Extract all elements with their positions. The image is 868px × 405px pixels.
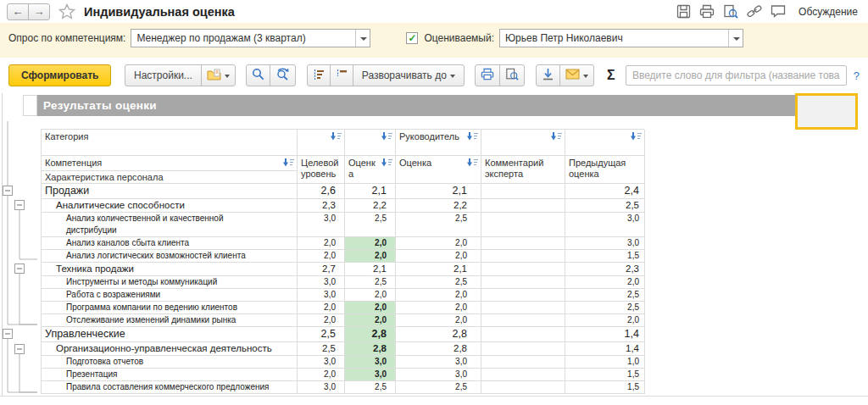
expert-comment-cell[interactable] bbox=[481, 276, 565, 289]
manager-score-cell[interactable]: 2,5 bbox=[396, 213, 481, 237]
expert-comment-cell[interactable] bbox=[481, 250, 565, 263]
save-icon[interactable] bbox=[676, 4, 691, 19]
previous-score-cell[interactable]: 1,5 bbox=[565, 369, 645, 381]
header-characteristic[interactable]: Характеристика персонала bbox=[42, 171, 298, 184]
sort-icon[interactable] bbox=[283, 158, 294, 169]
manager-score-cell[interactable]: 2,8 bbox=[396, 327, 481, 342]
manager-score-cell[interactable]: 3,0 bbox=[396, 356, 481, 369]
report-variants-button[interactable] bbox=[201, 64, 236, 86]
expert-score-cell[interactable]: 2,5 bbox=[345, 381, 396, 394]
target-level-cell[interactable]: 2,0 bbox=[298, 302, 345, 314]
target-level-cell[interactable]: 3,0 bbox=[298, 276, 345, 289]
forward-button[interactable]: → bbox=[28, 3, 50, 20]
expert-score-cell[interactable]: 2,0 bbox=[345, 237, 396, 250]
manager-score-cell[interactable]: 2,1 bbox=[396, 263, 481, 276]
sort-icon[interactable] bbox=[551, 132, 562, 143]
expert-comment-cell[interactable] bbox=[481, 342, 565, 356]
previous-score-cell[interactable]: 2,5 bbox=[565, 199, 645, 213]
competence-cell[interactable]: Организационно-управленческая деятельнос… bbox=[42, 342, 298, 356]
competence-cell[interactable]: Анализ логистических возможностей клиент… bbox=[42, 250, 298, 263]
header-expert-comment[interactable]: Комментарий эксперта bbox=[481, 156, 565, 184]
expert-comment-cell[interactable] bbox=[481, 213, 565, 237]
expert-score-cell[interactable]: 2,2 bbox=[345, 199, 396, 213]
sort-icon[interactable] bbox=[467, 132, 478, 143]
favorite-star-icon[interactable] bbox=[58, 3, 75, 19]
competence-cell[interactable]: Анализ количественной и качественной дис… bbox=[42, 213, 298, 237]
manager-score-cell[interactable]: 2,2 bbox=[396, 199, 481, 213]
target-level-cell[interactable]: 2,0 bbox=[298, 369, 345, 381]
discussion-icon[interactable] bbox=[771, 4, 786, 19]
target-level-cell[interactable]: 3,0 bbox=[298, 381, 345, 394]
sort-icon[interactable] bbox=[631, 132, 642, 143]
target-level-cell[interactable]: 2,0 bbox=[298, 250, 345, 263]
expert-comment-cell[interactable] bbox=[481, 237, 565, 250]
selected-cell-highlight[interactable] bbox=[795, 93, 858, 130]
header-empty-cell[interactable] bbox=[481, 130, 565, 156]
settings-button[interactable]: Настройки... bbox=[125, 64, 202, 86]
target-level-cell[interactable]: 3,0 bbox=[298, 289, 345, 302]
expert-score-cell[interactable]: 3,0 bbox=[345, 369, 396, 381]
target-level-cell[interactable]: 2,6 bbox=[298, 184, 345, 199]
competence-cell[interactable]: Отслеживание изменений динамики рынка bbox=[42, 314, 298, 327]
expert-comment-cell[interactable] bbox=[481, 314, 565, 327]
header-manager-group[interactable]: Руководитель bbox=[396, 130, 481, 156]
expert-comment-cell[interactable] bbox=[481, 369, 565, 381]
previous-score-cell[interactable]: 3,0 bbox=[565, 237, 645, 250]
target-level-cell[interactable]: 2,3 bbox=[298, 199, 345, 213]
competence-cell[interactable]: Аналитические способности bbox=[42, 199, 298, 213]
target-level-cell[interactable]: 2,0 bbox=[298, 237, 345, 250]
header-competence[interactable]: Компетенция bbox=[42, 156, 298, 171]
person-checkbox[interactable]: ✓ bbox=[406, 32, 418, 44]
previous-score-cell[interactable]: 1,5 bbox=[565, 250, 645, 263]
target-level-cell[interactable]: 3,0 bbox=[298, 213, 345, 237]
header-target-level[interactable]: Целевой уровень bbox=[298, 156, 345, 184]
expert-comment-cell[interactable] bbox=[481, 381, 565, 394]
previous-score-cell[interactable]: 3,0 bbox=[565, 213, 645, 237]
expert-score-cell[interactable]: 2,8 bbox=[345, 342, 396, 356]
expert-score-cell[interactable]: 3,0 bbox=[345, 356, 396, 369]
expert-comment-cell[interactable] bbox=[481, 302, 565, 314]
quick-filter-input[interactable] bbox=[626, 65, 847, 86]
expert-score-cell[interactable]: 2,0 bbox=[345, 302, 396, 314]
header-previous-score[interactable]: Предыдущая оценка bbox=[565, 156, 645, 184]
previous-score-cell[interactable]: 2,5 bbox=[565, 302, 645, 314]
print-button[interactable] bbox=[475, 64, 500, 86]
collapse-group-button[interactable] bbox=[3, 186, 13, 196]
competence-cell[interactable]: Подготовка отчетов bbox=[42, 356, 298, 369]
manager-score-cell[interactable]: 2,8 bbox=[396, 342, 481, 356]
expert-comment-cell[interactable] bbox=[481, 199, 565, 213]
expert-comment-cell[interactable] bbox=[481, 263, 565, 276]
person-dropdown-button[interactable] bbox=[728, 30, 743, 47]
manager-score-cell[interactable]: 2,0 bbox=[396, 237, 481, 250]
previous-score-cell[interactable]: 2,0 bbox=[565, 276, 645, 289]
expert-comment-cell[interactable] bbox=[481, 327, 565, 342]
previous-score-cell[interactable]: 1,5 bbox=[565, 381, 645, 394]
help-link[interactable]: ? bbox=[854, 69, 860, 82]
preview-icon[interactable] bbox=[723, 4, 738, 19]
expert-comment-cell[interactable] bbox=[481, 184, 565, 199]
previous-score-cell[interactable]: 1,0 bbox=[565, 356, 645, 369]
manager-score-cell[interactable]: 2,0 bbox=[396, 289, 481, 302]
back-button[interactable]: ← bbox=[7, 3, 29, 20]
discussion-label[interactable]: Обсуждение bbox=[798, 6, 858, 18]
link-icon[interactable] bbox=[747, 4, 762, 19]
collapse-group-button[interactable] bbox=[15, 264, 25, 274]
generate-button[interactable]: Сформировать bbox=[8, 64, 111, 86]
send-email-button[interactable] bbox=[559, 64, 594, 86]
survey-value[interactable]: Менеджер по продажам (3 квартал) bbox=[131, 30, 355, 47]
expert-comment-cell[interactable] bbox=[481, 356, 565, 369]
collapse-group-button[interactable] bbox=[3, 330, 13, 339]
previous-score-cell[interactable]: 1,4 bbox=[565, 327, 645, 342]
collapse-group-button[interactable] bbox=[15, 201, 25, 210]
sort-icon[interactable] bbox=[381, 132, 392, 143]
manager-score-cell[interactable]: 3,0 bbox=[396, 369, 481, 381]
collapse-groups-button[interactable] bbox=[330, 64, 353, 86]
person-combobox[interactable]: Юрьев Петр Николаевич bbox=[499, 29, 743, 47]
sort-icon[interactable] bbox=[467, 158, 478, 169]
expert-score-cell[interactable]: 2,0 bbox=[345, 289, 396, 302]
survey-combobox[interactable]: Менеджер по продажам (3 квартал) bbox=[131, 29, 370, 47]
target-level-cell[interactable]: 2,0 bbox=[298, 314, 345, 327]
collapse-group-button[interactable] bbox=[15, 345, 25, 354]
competence-cell[interactable]: Техника продажи bbox=[42, 263, 298, 276]
previous-score-cell[interactable]: 2,5 bbox=[565, 289, 645, 302]
